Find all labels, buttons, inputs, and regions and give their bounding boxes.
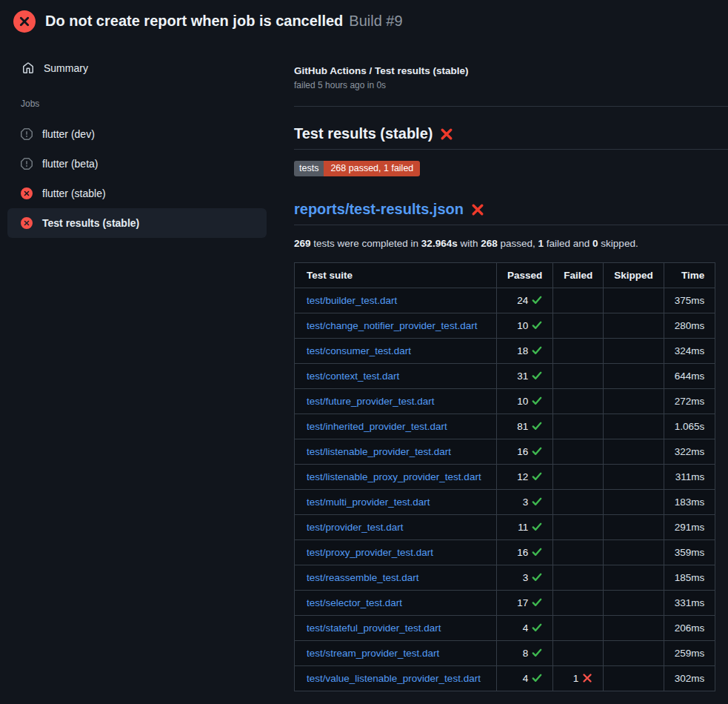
time-cell: 259ms: [664, 641, 715, 666]
test-suite-cell: test/future_provider_test.dart: [295, 389, 497, 414]
passed-cell: 11: [497, 515, 553, 540]
test-suite-cell: test/stateful_provider_test.dart: [295, 616, 497, 641]
table-row: test/provider_test.dart11291ms: [295, 515, 715, 540]
check-icon: [532, 421, 542, 431]
check-icon: [532, 295, 542, 305]
skipped-cell: [604, 666, 664, 691]
column-header: Skipped: [604, 263, 664, 288]
test-suite-cell: test/provider_test.dart: [295, 515, 497, 540]
test-suite-cell: test/proxy_provider_test.dart: [295, 540, 497, 565]
tests-status-badge: tests 268 passed, 1 failed: [294, 161, 420, 176]
breadcrumb: GitHub Actions / Test results (stable): [294, 65, 728, 76]
section-title-text: Test results (stable): [294, 125, 433, 142]
table-row: test/context_test.dart31644ms: [295, 364, 715, 389]
sidebar-summary-label: Summary: [44, 62, 88, 74]
passed-cell: 24: [497, 288, 553, 313]
test-suite-link[interactable]: test/listenable_proxy_provider_test.dart: [307, 471, 481, 482]
sidebar-item-summary[interactable]: Summary: [0, 56, 274, 81]
check-icon: [532, 547, 542, 557]
failed-cell: 1: [553, 666, 604, 691]
skipped-cell: [604, 641, 664, 666]
failed-cell: [553, 515, 604, 540]
check-icon: [532, 345, 542, 356]
test-suite-cell: test/builder_test.dart: [295, 288, 497, 313]
test-suite-link[interactable]: test/provider_test.dart: [307, 522, 404, 533]
sidebar-item-flutter-beta[interactable]: flutter (beta): [7, 149, 267, 179]
test-suite-link[interactable]: test/reassemble_test.dart: [307, 572, 419, 583]
main-content: GitHub Actions / Test results (stable) f…: [294, 65, 728, 691]
time-cell: 359ms: [664, 540, 715, 565]
test-suite-link[interactable]: test/stream_provider_test.dart: [307, 648, 439, 659]
test-suite-cell: test/listenable_provider_test.dart: [295, 439, 497, 465]
passed-cell: 10: [497, 313, 553, 339]
build-number: Build #9: [349, 13, 402, 30]
passed-cell: 4: [497, 616, 553, 641]
passed-cell: 81: [497, 414, 553, 439]
test-suite-link[interactable]: test/change_notifier_provider_test.dart: [307, 320, 477, 331]
table-row: test/listenable_proxy_provider_test.dart…: [295, 465, 715, 490]
sidebar-item-flutter-dev[interactable]: flutter (dev): [7, 119, 267, 149]
test-suite-link[interactable]: test/future_provider_test.dart: [307, 396, 435, 407]
failed-cell: [553, 490, 604, 515]
table-row: test/stateful_provider_test.dart4206ms: [295, 616, 715, 641]
check-icon: [532, 572, 542, 582]
test-suite-link[interactable]: test/listenable_provider_test.dart: [307, 446, 451, 457]
check-icon: [532, 497, 542, 507]
table-row: test/builder_test.dart24375ms: [295, 288, 715, 313]
test-suite-link[interactable]: test/stateful_provider_test.dart: [307, 622, 441, 634]
passed-cell: 16: [497, 540, 553, 565]
test-suite-cell: test/stream_provider_test.dart: [295, 641, 497, 666]
badge-label: tests: [294, 161, 324, 176]
table-header-row: Test suitePassedFailedSkippedTime: [295, 263, 715, 288]
check-icon: [532, 622, 542, 633]
test-suite-link[interactable]: test/proxy_provider_test.dart: [307, 547, 433, 558]
failed-cell: [553, 288, 604, 313]
failed-cell: [553, 313, 604, 339]
sidebar-item-flutter-stable[interactable]: flutter (stable): [7, 179, 267, 208]
report-file-link[interactable]: reports/test-results.json: [294, 201, 464, 218]
check-icon: [532, 396, 542, 406]
table-row: test/consumer_test.dart18324ms: [295, 339, 715, 364]
sidebar-item-test-results-stable[interactable]: Test results (stable): [7, 208, 267, 238]
test-suite-link[interactable]: test/selector_test.dart: [307, 597, 402, 608]
test-suite-cell: test/consumer_test.dart: [295, 339, 497, 364]
column-header: Passed: [497, 263, 553, 288]
skipped-cell: [604, 339, 664, 364]
column-header: Failed: [553, 263, 604, 288]
test-suite-link[interactable]: test/value_listenable_provider_test.dart: [307, 673, 481, 684]
time-cell: 311ms: [664, 465, 715, 490]
column-header: Test suite: [295, 263, 497, 288]
badge-value: 268 passed, 1 failed: [324, 161, 420, 176]
failed-cell: [553, 565, 604, 591]
skipped-cell: [604, 490, 664, 515]
test-suite-cell: test/change_notifier_provider_test.dart: [295, 313, 497, 339]
skipped-cell: [604, 540, 664, 565]
passed-cell: 8: [497, 641, 553, 666]
skipped-cell: [604, 389, 664, 414]
cross-mark-icon: [440, 127, 453, 141]
skipped-cell: [604, 313, 664, 339]
stop-icon: [21, 128, 33, 140]
time-cell: 280ms: [664, 313, 715, 339]
skipped-cell: [604, 465, 664, 490]
skipped-cell: [604, 414, 664, 439]
test-suite-cell: test/listenable_proxy_provider_test.dart: [295, 465, 497, 490]
x-circle-fill-icon: [13, 10, 36, 33]
test-suite-link[interactable]: test/multi_provider_test.dart: [307, 497, 430, 508]
table-row: test/future_provider_test.dart10272ms: [295, 389, 715, 414]
test-suite-link[interactable]: test/consumer_test.dart: [307, 345, 411, 356]
test-suite-cell: test/multi_provider_test.dart: [295, 490, 497, 515]
test-suite-link[interactable]: test/context_test.dart: [307, 371, 399, 382]
table-row: test/change_notifier_provider_test.dart1…: [295, 313, 715, 339]
time-cell: 331ms: [664, 591, 715, 616]
column-header: Time: [664, 263, 715, 288]
test-suite-link[interactable]: test/builder_test.dart: [307, 295, 397, 306]
test-suite-link[interactable]: test/inherited_provider_test.dart: [307, 421, 447, 432]
x-icon: [582, 673, 592, 683]
passed-cell: 10: [497, 389, 553, 414]
check-icon: [532, 371, 542, 381]
time-cell: 322ms: [664, 439, 715, 465]
failed-cell: [553, 540, 604, 565]
skipped-cell: [604, 616, 664, 641]
failed-cell: [553, 641, 604, 666]
